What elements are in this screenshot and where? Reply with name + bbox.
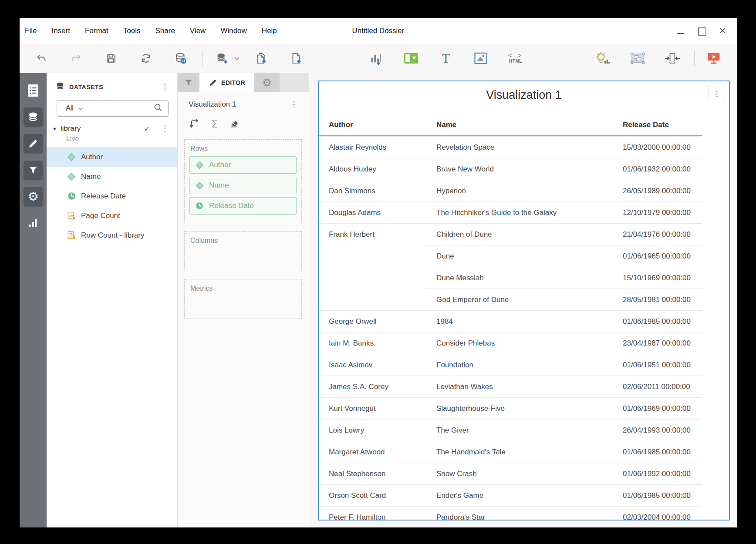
- add-selector-icon[interactable]: [402, 49, 421, 68]
- free-form-layout-icon[interactable]: [628, 49, 647, 68]
- totals-sigma-icon[interactable]: Σ: [211, 119, 218, 129]
- column-header-release-date: Release Date: [623, 105, 702, 135]
- dataset-kebab-menu[interactable]: ⋮: [159, 125, 171, 133]
- table-row[interactable]: Peter F. Hamilton Pandora's Star 02/03/2…: [319, 506, 702, 520]
- datasets-panel-icon[interactable]: [24, 107, 43, 127]
- table-row[interactable]: Dan Simmons Hyperion 26/05/1989 00:00:00: [319, 180, 702, 201]
- rows-zone-pill[interactable]: Release Date: [189, 197, 297, 215]
- presentation-mode-icon[interactable]: [704, 49, 723, 68]
- add-image-icon[interactable]: [471, 49, 490, 68]
- fit-contents-icon[interactable]: [663, 49, 682, 68]
- maximize-button[interactable]: [698, 27, 705, 35]
- editor-visualization-kebab-menu[interactable]: ⋮: [287, 101, 300, 108]
- add-text-icon[interactable]: T: [436, 49, 456, 68]
- dataset-name[interactable]: library: [61, 124, 144, 133]
- visualization-kebab-menu[interactable]: ⋮: [709, 85, 725, 102]
- format-panel-icon[interactable]: ⚙: [24, 187, 43, 206]
- menu-item[interactable]: Format: [85, 27, 108, 35]
- table-row[interactable]: George Orwell 1984 01/06/1985 00:00:00: [319, 310, 702, 332]
- dataset-field[interactable]: Row Count - library: [47, 225, 177, 245]
- cell-release-date: 01/06/1965 00:00:00: [623, 245, 702, 267]
- table-row[interactable]: Dune 01/06/1965 00:00:00: [319, 245, 702, 267]
- add-data-icon[interactable]: [213, 49, 232, 68]
- dossier-canvas: ⋮ Visualization 1 Author Name Release Da…: [309, 73, 737, 527]
- menu-item[interactable]: File: [25, 27, 37, 35]
- clear-all-icon[interactable]: [229, 118, 240, 131]
- menu-item[interactable]: Share: [155, 27, 175, 35]
- dataset-field[interactable]: Name: [47, 167, 177, 186]
- table-row[interactable]: Alastair Reynolds Revelation Space 15/03…: [319, 136, 702, 158]
- table-row[interactable]: Iain M. Banks Consider Phlebas 23/04/198…: [319, 332, 702, 354]
- refresh-icon[interactable]: [136, 49, 155, 68]
- menu-item[interactable]: Help: [262, 27, 277, 35]
- redo-icon[interactable]: [67, 49, 86, 68]
- search-icon[interactable]: [153, 103, 163, 114]
- dataset-row-library[interactable]: ▼ library ✓ ⋮: [47, 121, 177, 134]
- database-pause-icon[interactable]: [171, 49, 190, 68]
- metrics-drop-zone[interactable]: Metrics: [184, 279, 302, 319]
- dataset-search-box[interactable]: All: [57, 100, 169, 117]
- rows-zone-pill[interactable]: Author: [189, 156, 297, 174]
- editor-panel-icon[interactable]: [24, 134, 43, 153]
- cell-name: The Handmaid's Tale: [425, 441, 623, 463]
- rows-zone-label: Rows: [190, 145, 297, 153]
- cell-author: [319, 289, 425, 310]
- minimize-button[interactable]: [677, 27, 685, 35]
- table-row[interactable]: Neal Stephenson Snow Crash 01/06/1992 00…: [319, 463, 702, 484]
- add-html-icon[interactable]: < > HTML: [506, 49, 525, 68]
- add-page-icon[interactable]: [287, 49, 306, 68]
- table-row[interactable]: Lois Lowry The Giver 26/04/1993 00:00:00: [319, 419, 702, 441]
- table-row[interactable]: God Emperor of Dune 28/05/1981 00:00:00: [319, 289, 702, 310]
- cell-author: George Orwell: [319, 310, 425, 332]
- columns-drop-zone[interactable]: Columns: [184, 231, 302, 271]
- filter-chevron-icon[interactable]: [78, 104, 83, 112]
- menu-item[interactable]: View: [190, 27, 206, 35]
- attribute-diamond-icon: [67, 172, 76, 181]
- filter-panel-icon[interactable]: [24, 161, 43, 180]
- dataset-field[interactable]: Author: [47, 147, 177, 167]
- close-button[interactable]: ×: [719, 27, 726, 35]
- save-icon[interactable]: [101, 49, 121, 68]
- menu-item[interactable]: Insert: [51, 27, 70, 35]
- add-chapter-icon[interactable]: [252, 49, 271, 68]
- swap-axes-icon[interactable]: [189, 118, 200, 131]
- table-row[interactable]: Aldous Huxley Brave New World 01/06/1932…: [319, 158, 702, 180]
- tab-format[interactable]: ⚙: [254, 73, 280, 92]
- visualization-title: Visualization 1: [319, 88, 729, 105]
- app-body: ⚙ DATASETS ⋮ All: [20, 73, 737, 527]
- cell-author: Aldous Huxley: [319, 158, 425, 180]
- insights-icon[interactable]: [593, 49, 612, 68]
- table-row[interactable]: Margaret Atwood The Handmaid's Tale 01/0…: [319, 441, 702, 463]
- dataset-expand-caret-icon[interactable]: ▼: [52, 126, 57, 131]
- table-of-contents-icon[interactable]: [24, 81, 43, 100]
- table-row[interactable]: Frank Herbert Children of Dune 21/04/197…: [319, 223, 702, 245]
- table-row[interactable]: Kurt Vonnegut Slaughterhouse-Five 01/06/…: [319, 397, 702, 419]
- table-row[interactable]: Orson Scott Card Ender's Game 01/06/1985…: [319, 484, 702, 506]
- table-row[interactable]: Douglas Adams The Hitchhiker's Guide to …: [319, 201, 702, 223]
- dataset-field[interactable]: Page Count: [47, 206, 177, 225]
- tab-filter[interactable]: [178, 73, 199, 92]
- rows-zone-pill[interactable]: Name: [189, 177, 297, 194]
- editor-tab-strip: EDITOR ⚙: [178, 73, 309, 92]
- undo-icon[interactable]: [32, 49, 51, 68]
- date-attribute-icon: [195, 201, 204, 211]
- rows-drop-zone[interactable]: Rows Author: [184, 139, 302, 223]
- visualization-gallery-icon[interactable]: [24, 214, 43, 233]
- menu-item[interactable]: Tools: [123, 27, 141, 35]
- datasets-kebab-menu[interactable]: ⋮: [159, 83, 171, 91]
- dataset-field[interactable]: Release Date: [47, 186, 177, 206]
- cell-name: Hyperion: [425, 180, 623, 201]
- table-row[interactable]: Isaac Asimov Foundation 01/06/1951 00:00…: [319, 354, 702, 376]
- visualization-panel[interactable]: ⋮ Visualization 1 Author Name Release Da…: [318, 81, 730, 520]
- table-row[interactable]: James S.A. Corey Leviathan Wakes 02/06/2…: [319, 376, 702, 397]
- dataset-filter-value[interactable]: All: [66, 104, 74, 112]
- tab-editor[interactable]: EDITOR: [199, 73, 254, 92]
- table-row[interactable]: Dune Messiah 15/10/1969 00:00:00: [319, 267, 702, 289]
- toolbar: T < > HTML: [20, 44, 737, 73]
- add-data-chevron-icon[interactable]: [234, 54, 240, 62]
- add-visualization-icon[interactable]: [367, 49, 386, 68]
- menu-item[interactable]: Window: [220, 27, 246, 35]
- attribute-diamond-icon: [67, 152, 76, 162]
- html-angles-glyph: < >: [508, 53, 523, 59]
- cell-name: Slaughterhouse-Five: [425, 397, 623, 419]
